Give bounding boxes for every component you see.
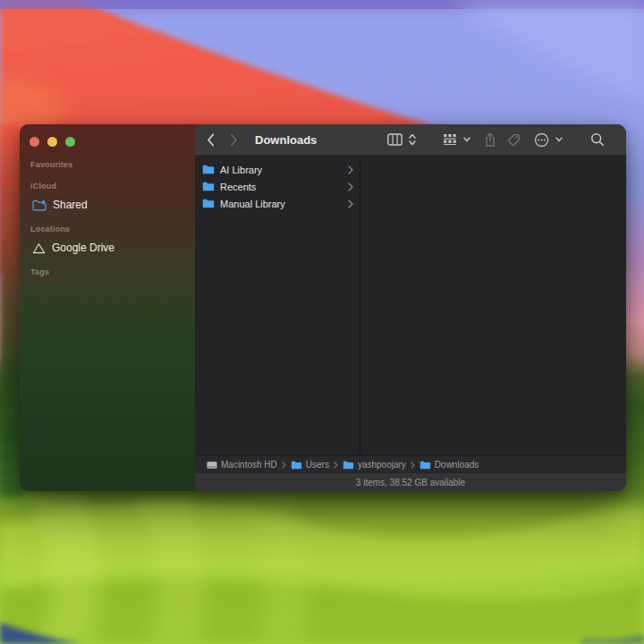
group-by-icon xyxy=(444,134,456,145)
sidebar-section-tags: Tags xyxy=(30,267,49,276)
window-controls xyxy=(30,137,75,147)
path-label: Macintosh HD xyxy=(221,460,277,470)
window-title: Downloads xyxy=(255,124,317,155)
chevron-right-icon xyxy=(348,199,353,208)
folder-icon xyxy=(291,461,302,470)
sidebar-item-label: Google Drive xyxy=(52,242,114,254)
view-mode-button[interactable] xyxy=(387,124,416,155)
chevron-right-icon xyxy=(348,182,353,191)
chevron-right-icon xyxy=(334,462,338,469)
folder-icon xyxy=(202,199,215,208)
status-text: 3 items, 38.52 GB available xyxy=(356,478,465,487)
chevron-right-icon xyxy=(282,462,286,469)
tag-button[interactable] xyxy=(507,124,521,155)
chevron-down-icon xyxy=(463,137,470,142)
file-row[interactable]: Recents xyxy=(195,178,360,195)
zoom-button[interactable] xyxy=(65,137,75,147)
path-item-downloads[interactable]: Downloads xyxy=(419,460,479,470)
folder-icon xyxy=(343,461,354,470)
status-bar: 3 items, 38.52 GB available xyxy=(195,472,626,491)
share-icon xyxy=(484,132,496,148)
hard-drive-icon xyxy=(207,461,217,470)
group-by-button[interactable] xyxy=(444,124,470,155)
file-name: Manual Library xyxy=(220,199,285,209)
folder-icon xyxy=(202,182,215,191)
file-name: Recents xyxy=(220,182,256,192)
path-label: yashpoojary xyxy=(358,460,406,470)
path-bar: Macintosh HD Users yashpoojary xyxy=(195,455,626,473)
chevron-right-icon xyxy=(230,133,238,147)
chevron-right-icon xyxy=(411,462,415,469)
search-button[interactable] xyxy=(590,124,605,155)
desktop: Favourites iCloud Shared Locations Googl… xyxy=(0,0,644,644)
sidebar-section-favourites: Favourites xyxy=(30,160,73,169)
sidebar-section-icloud: iCloud xyxy=(30,182,56,191)
sidebar-section-locations: Locations xyxy=(30,225,70,233)
column-1: AI Library Recents xyxy=(195,156,360,455)
path-item-users[interactable]: Users xyxy=(291,460,329,470)
chevron-down-icon xyxy=(555,137,563,142)
search-icon xyxy=(590,132,605,147)
chevron-up-down-icon xyxy=(409,133,416,146)
chevron-right-icon xyxy=(348,165,353,174)
path-item-yashpoojary[interactable]: yashpoojary xyxy=(343,460,406,470)
chevron-left-icon xyxy=(207,133,215,147)
folder-icon xyxy=(419,461,431,470)
finder-window: Favourites iCloud Shared Locations Googl… xyxy=(20,124,626,491)
column-view-icon xyxy=(387,133,402,146)
more-options-button[interactable] xyxy=(534,124,563,155)
google-drive-icon xyxy=(32,242,46,254)
close-button[interactable] xyxy=(30,137,39,147)
minimize-button[interactable] xyxy=(47,137,57,147)
sidebar-item-google-drive[interactable]: Google Drive xyxy=(20,240,195,256)
tag-icon xyxy=(507,133,521,147)
sidebar: Favourites iCloud Shared Locations Googl… xyxy=(20,124,195,491)
file-browser: AI Library Recents xyxy=(195,156,626,455)
file-row[interactable]: Manual Library xyxy=(195,195,360,212)
forward-button[interactable] xyxy=(230,124,238,155)
back-button[interactable] xyxy=(207,124,215,155)
sidebar-item-shared[interactable]: Shared xyxy=(20,197,195,213)
ellipsis-circle-icon xyxy=(534,132,549,148)
sidebar-item-label: Shared xyxy=(53,199,88,211)
file-name: AI Library xyxy=(220,165,262,175)
path-item-macintosh-hd[interactable]: Macintosh HD xyxy=(207,460,277,470)
toolbar: Downloads xyxy=(195,124,626,156)
path-label: Downloads xyxy=(435,460,479,470)
folder-icon xyxy=(202,165,215,174)
file-row[interactable]: AI Library xyxy=(195,161,360,178)
share-button[interactable] xyxy=(484,124,496,155)
path-label: Users xyxy=(306,460,329,470)
shared-folder-icon xyxy=(32,199,47,211)
